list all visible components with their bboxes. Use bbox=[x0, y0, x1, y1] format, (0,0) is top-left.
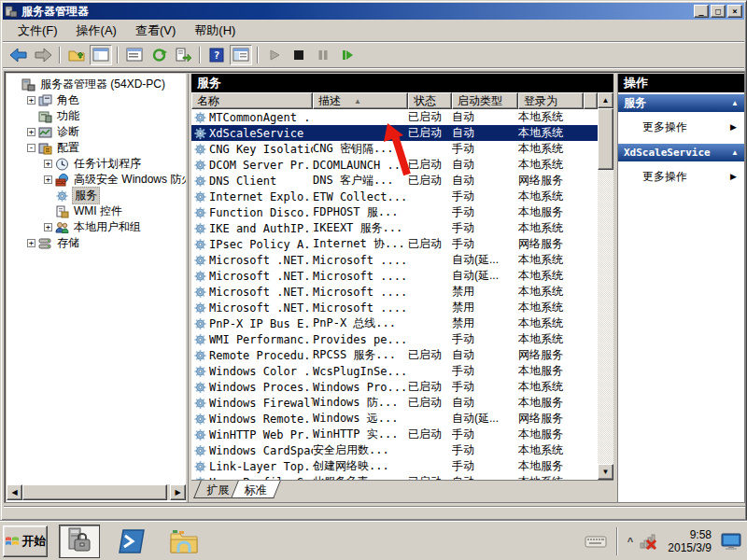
service-row-9[interactable]: Microsoft .NET...Microsoft ....自动(延...本地… bbox=[191, 252, 598, 268]
service-row-17[interactable]: Windows Proces...Windows Pro...已启动手动本地系统 bbox=[191, 379, 598, 395]
step-icon[interactable] bbox=[336, 45, 359, 65]
menu-item-0[interactable]: 文件(F) bbox=[8, 20, 67, 42]
menu-item-1[interactable]: 操作(A) bbox=[67, 20, 126, 42]
more-actions-services[interactable]: 更多操作 ▶ bbox=[618, 118, 744, 136]
expand-box-icon[interactable]: + bbox=[27, 128, 35, 136]
column-header-3[interactable]: 启动类型 bbox=[452, 92, 518, 109]
service-row-3[interactable]: DCOM Server Pr...DCOMLAUNCH ...已启动自动本地系统 bbox=[191, 157, 598, 173]
service-row-22[interactable]: Link-Layer Top...创建网络映...手动本地服务 bbox=[191, 458, 598, 474]
service-startup-type: 自动 bbox=[452, 173, 518, 189]
more-actions-xdscaleservice[interactable]: 更多操作 ▶ bbox=[618, 167, 744, 186]
forward-icon[interactable] bbox=[32, 45, 54, 65]
input-method-keyboard-icon[interactable] bbox=[585, 534, 607, 549]
service-row-7[interactable]: IKE and AuthIP...IKEEXT 服务...手动本地系统 bbox=[191, 220, 598, 236]
display-monitor-icon[interactable] bbox=[721, 532, 741, 551]
tree-item-7[interactable]: +服务 bbox=[7, 188, 186, 203]
scroll-up-button[interactable]: ▲ bbox=[598, 92, 613, 108]
service-row-15[interactable]: Remote Procedu...RPCSS 服务...已启动自动网络服务 bbox=[191, 347, 598, 363]
service-gear-icon bbox=[193, 365, 206, 377]
properties-icon[interactable] bbox=[123, 45, 146, 65]
list-vertical-scrollbar[interactable]: ▲ ▼ bbox=[598, 92, 613, 480]
column-header-0[interactable]: 名称 bbox=[191, 92, 313, 109]
tree-item-8[interactable]: +WMI 控件 bbox=[7, 203, 186, 219]
menu-item-2[interactable]: 查看(V) bbox=[126, 20, 185, 42]
service-row-11[interactable]: Microsoft .NET...Microsoft ....禁用本地系统 bbox=[191, 284, 598, 300]
service-row-8[interactable]: IPsec Policy A...Internet 协...已启动手动网络服务 bbox=[191, 236, 598, 252]
stop-icon[interactable] bbox=[288, 45, 310, 65]
service-row-21[interactable]: Windows CardSpace安全启用数...手动本地系统 bbox=[191, 442, 598, 458]
tree-horizontal-scrollbar[interactable]: ◀ bbox=[7, 484, 184, 500]
service-status: 已启动 bbox=[408, 236, 452, 252]
tab-1[interactable]: 标准 bbox=[231, 481, 281, 498]
pause-icon[interactable] bbox=[312, 45, 334, 65]
folder-up-icon[interactable] bbox=[65, 45, 88, 65]
service-description: Windows Pro... bbox=[313, 381, 408, 394]
service-row-12[interactable]: Microsoft .NET...Microsoft ....禁用本地系统 bbox=[191, 300, 598, 315]
scrollbar-thumb[interactable] bbox=[22, 484, 167, 500]
taskbar-powershell-button[interactable] bbox=[111, 525, 152, 558]
scroll-left-button[interactable]: ◀ bbox=[7, 484, 22, 500]
taskbar-server-manager-button[interactable] bbox=[59, 525, 100, 558]
taskbar-explorer-button[interactable] bbox=[163, 525, 204, 558]
help-icon[interactable]: ? bbox=[205, 45, 228, 65]
service-row-16[interactable]: Windows Color ...WcsPlugInSe...手动本地服务 bbox=[191, 363, 598, 379]
service-logon-as: 本地系统 bbox=[518, 220, 584, 236]
console-window-icon[interactable] bbox=[90, 45, 112, 65]
service-row-1[interactable]: XdScaleService已启动自动本地系统 bbox=[191, 125, 598, 141]
wmi-icon bbox=[55, 205, 69, 218]
scroll-down-button[interactable]: ▼ bbox=[598, 464, 613, 480]
service-row-5[interactable]: Internet Explo...ETW Collect...手动本地系统 bbox=[191, 189, 598, 204]
collapse-icon[interactable]: ▲ bbox=[731, 99, 739, 107]
network-disconnected-icon[interactable] bbox=[640, 533, 658, 550]
expand-box-icon[interactable]: + bbox=[44, 175, 52, 184]
minimize-button[interactable]: _ bbox=[694, 5, 709, 18]
collapse-icon[interactable]: ▲ bbox=[731, 148, 739, 157]
export-icon[interactable] bbox=[172, 45, 194, 65]
tree-item-9[interactable]: +本地用户和组 bbox=[7, 219, 186, 235]
service-row-10[interactable]: Microsoft .NET...Microsoft ....自动(延...本地… bbox=[191, 268, 598, 284]
collapse-box-icon[interactable]: - bbox=[27, 144, 35, 152]
service-row-18[interactable]: Windows FirewallWindows 防...已启动自动本地服务 bbox=[191, 395, 598, 411]
tree-item-3[interactable]: +诊断 bbox=[7, 124, 186, 140]
tree-item-0[interactable]: +服务器管理器 (54XD-PC) bbox=[7, 77, 186, 92]
maximize-button[interactable]: □ bbox=[711, 5, 726, 18]
expand-box-icon[interactable]: + bbox=[27, 239, 35, 247]
close-button[interactable]: × bbox=[727, 5, 742, 18]
column-header-2[interactable]: 状态 bbox=[408, 92, 452, 109]
tree-item-10[interactable]: +存储 bbox=[7, 235, 186, 251]
refresh-icon[interactable] bbox=[148, 45, 170, 65]
service-logon-as: 本地系统 bbox=[518, 252, 584, 268]
tree-item-4[interactable]: -配置 bbox=[7, 140, 186, 156]
tree-item-1[interactable]: +角色 bbox=[7, 92, 186, 108]
service-gear-icon bbox=[193, 428, 206, 441]
play-icon[interactable] bbox=[263, 45, 286, 65]
section-header-xdscaleservice[interactable]: XdScaleService ▲ bbox=[618, 144, 744, 161]
expand-box-icon[interactable]: + bbox=[44, 223, 52, 231]
menu-item-3[interactable]: 帮助(H) bbox=[185, 20, 245, 42]
section-header-services[interactable]: 服务 ▲ bbox=[618, 94, 744, 112]
service-row-13[interactable]: PnP-X IP Bus E...PnP-X 总线...禁用本地系统 bbox=[191, 315, 598, 331]
back-icon[interactable] bbox=[7, 45, 30, 65]
service-row-2[interactable]: CNG Key IsolationCNG 密钥隔...手动本地系统 bbox=[191, 141, 598, 157]
show-tree-icon[interactable] bbox=[230, 45, 252, 65]
taskbar-clock[interactable]: 9:58 2015/3/9 bbox=[668, 528, 712, 554]
expand-box-icon[interactable]: + bbox=[44, 160, 52, 168]
tree-item-6[interactable]: +高级安全 Windows 防火墙 bbox=[7, 172, 186, 188]
column-header-1[interactable]: 描述▲ bbox=[313, 92, 408, 109]
scroll-right-button[interactable]: ▶ bbox=[170, 484, 186, 500]
expand-box-icon[interactable]: + bbox=[27, 96, 35, 105]
titlebar[interactable]: 服务器管理器 _ □ × bbox=[3, 3, 744, 20]
service-row-14[interactable]: WMI Performanc...Provides pe...手动本地系统 bbox=[191, 331, 598, 347]
scrollbar-thumb[interactable] bbox=[598, 108, 613, 170]
service-row-19[interactable]: Windows Remote...Windows 远...自动(延...网络服务 bbox=[191, 411, 598, 427]
tree-item-5[interactable]: +任务计划程序 bbox=[7, 156, 186, 172]
service-row-6[interactable]: Function Disco...FDPHOST 服...手动本地服务 bbox=[191, 204, 598, 220]
start-button[interactable]: 开始 bbox=[3, 525, 48, 557]
tree-item-2[interactable]: +功能 bbox=[7, 108, 186, 124]
column-header-4[interactable]: 登录为 bbox=[518, 92, 584, 109]
service-row-4[interactable]: DNS ClientDNS 客户端...已启动自动网络服务 bbox=[191, 173, 598, 189]
service-startup-type: 手动 bbox=[452, 442, 518, 458]
show-hidden-icons-chevron[interactable]: ^ bbox=[627, 536, 632, 547]
service-row-20[interactable]: WinHTTP Web Pr...WinHTTP 实...已启动手动本地服务 bbox=[191, 427, 598, 442]
service-row-0[interactable]: MTCommonAgent ...已启动自动本地系统 bbox=[191, 109, 598, 125]
